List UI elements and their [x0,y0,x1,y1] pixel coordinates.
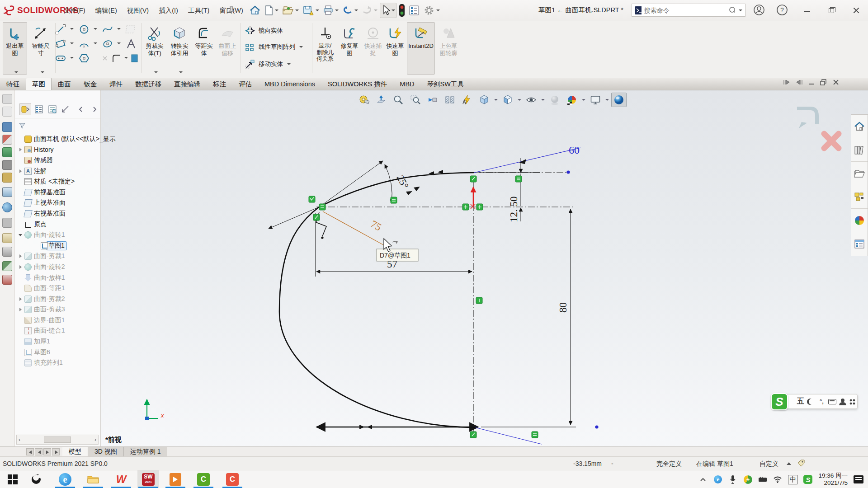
ribbon-tab[interactable]: 草图 [26,78,52,90]
tree-expand-arrow[interactable] [18,296,24,302]
ribbon-tab[interactable]: 焊件 [103,78,129,90]
quick-sketch-button[interactable]: 快速草 图 [384,22,406,75]
left-toolbar-icon[interactable] [2,147,12,157]
next-document-button[interactable] [796,79,803,85]
linear-pattern-button[interactable]: 线性草图阵列 [244,40,316,54]
tag-icon[interactable] [797,459,806,468]
start-button[interactable] [2,470,24,488]
ime-person-icon[interactable] [841,400,844,404]
slot-tool-icon[interactable] [54,52,67,65]
featuremanager-tree-tab[interactable] [19,103,31,115]
tree-item[interactable]: 前视基准面 [15,187,132,198]
taskbar-wpp-icon[interactable] [165,470,186,488]
tree-item[interactable]: 填充阵列1 [15,357,132,368]
tree-expand-arrow[interactable] [18,189,24,195]
file-explorer-button[interactable] [851,162,868,185]
units-dropdown-arrow[interactable] [787,462,791,465]
sketch-annotation-icon[interactable] [459,93,475,107]
tree-item[interactable]: 曲面耳机 (默认<<默认>_显示 [15,134,132,145]
point-tool-icon[interactable] [99,52,111,65]
print-dropdown[interactable] [335,9,339,11]
tree-expand-arrow[interactable] [18,211,24,216]
zoom-area-icon[interactable] [408,93,423,107]
left-toolbar-icon[interactable] [2,160,12,170]
help-icon[interactable]: ? [774,3,790,17]
new-document-button[interactable] [263,3,280,18]
line-tool-icon[interactable] [54,23,67,36]
ribbon-tab[interactable]: 标注 [207,78,232,90]
left-toolbar-icon[interactable] [2,261,12,271]
interference-light-icon[interactable] [397,2,406,19]
first-tab-button[interactable] [26,448,34,455]
display-delete-relations-button[interactable]: 显示/ 删除几 何关系 [314,22,336,75]
tree-item[interactable]: 曲面-剪裁3 [15,305,132,315]
scrollbar-thumb[interactable] [44,436,71,443]
search-icon[interactable] [729,6,735,14]
panel-expand-arrow[interactable] [89,103,100,115]
print-button[interactable] [321,3,340,18]
tree-expand-arrow[interactable] [18,221,24,227]
ime-toolbox-icon[interactable] [849,399,855,405]
prev-tab-button[interactable] [35,448,42,455]
arc-tool-dropdown[interactable] [94,42,97,44]
taskbar-edge-icon[interactable]: e [54,470,76,488]
smart-dimension-dropdown[interactable] [41,71,44,73]
undo-dropdown[interactable] [354,9,358,11]
taskbar-clock[interactable]: 19:36 周一 2021/7/5 [818,472,848,487]
shadow-icon[interactable] [547,93,562,107]
tree-item[interactable]: 边界-曲面1 [15,315,132,326]
move-entities-button[interactable]: 移动实体 [244,57,316,71]
home-button[interactable] [248,3,262,18]
view-orientation-icon[interactable] [476,93,492,107]
ribbon-tab[interactable]: SOLIDWORKS 插件 [321,78,393,90]
display-style-dropdown[interactable] [518,99,521,101]
property-manager-tab[interactable] [33,103,45,115]
document-tab[interactable]: 3D 视图 [88,447,124,456]
ime-mode-wubi[interactable]: 五 [797,397,804,406]
ribbon-tab[interactable]: 特征 [0,78,26,90]
left-toolbar-icon[interactable] [2,107,12,117]
view-orientation-dropdown[interactable] [494,99,498,101]
hide-show-dropdown[interactable] [541,99,545,101]
spline-tool-icon[interactable] [101,23,114,36]
ime-punctuation-toggle[interactable]: °, [820,398,824,405]
left-toolbar-icon[interactable] [2,187,12,197]
ime-keyboard-icon[interactable] [828,399,836,404]
tray-360safe-icon[interactable]: + [743,475,752,484]
last-tab-button[interactable] [52,448,60,455]
home-tab-button[interactable] [851,115,868,138]
ribbon-tab[interactable]: 曲面 [52,78,77,90]
window-minimize-button[interactable] [799,3,815,17]
tree-expand-arrow[interactable] [18,232,24,238]
normal-to-icon[interactable] [373,93,389,107]
tree-item[interactable]: History [15,145,132,155]
ribbon-tab[interactable]: 直接编辑 [168,78,207,90]
tree-expand-arrow[interactable] [18,147,24,153]
appearance-icon[interactable] [564,93,580,107]
tree-item[interactable]: 曲面-旋转1 [15,230,132,240]
tree-item[interactable]: 上视基准面 [15,198,132,209]
options-gear-button[interactable] [422,3,441,18]
dimxpert-manager-tab[interactable] [60,103,71,115]
tray-edge-icon[interactable]: e [713,475,722,484]
ghost-plane-icon[interactable] [125,23,137,36]
tree-expand-arrow[interactable] [18,200,24,206]
tree-expand-arrow[interactable] [18,349,24,355]
ribbon-tab[interactable]: 琴剑SW工具 [421,78,470,90]
repair-sketch-button[interactable]: 修复草 图 [338,22,361,75]
search-app-icon[interactable] [25,470,47,488]
ribbon-tab[interactable]: MBD [393,78,420,90]
instant2d-button[interactable]: Instant2D [407,22,435,75]
circle-tool-icon[interactable] [78,23,90,36]
convert-entities-button[interactable]: 转换实 体引用 [167,22,192,75]
ribbon-tab[interactable]: MBD Dimensions [258,78,321,90]
action-center-icon[interactable] [854,475,863,483]
rectangle-tool-dropdown[interactable] [70,42,74,44]
taskbar-solidworks-icon[interactable]: SW2021 [137,470,159,488]
select-tool-dropdown[interactable] [392,9,395,11]
open-button[interactable] [281,3,300,18]
tree-expand-arrow[interactable] [18,307,24,313]
left-toolbar-icon[interactable] [2,173,12,183]
left-toolbar-icon[interactable] [2,135,12,145]
tree-item[interactable]: 注解 [15,166,132,177]
